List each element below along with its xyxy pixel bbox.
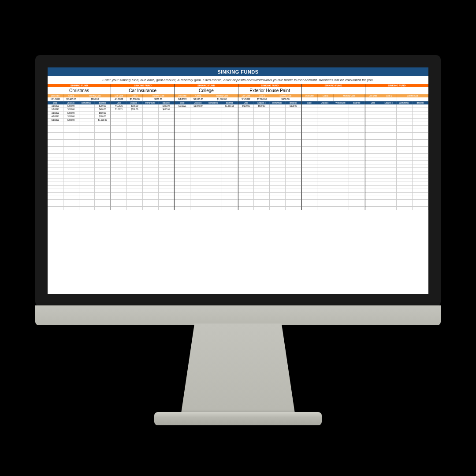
- tx-cell[interactable]: [286, 164, 301, 167]
- tx-cell[interactable]: [175, 189, 190, 192]
- tx-cell[interactable]: [127, 186, 143, 189]
- tx-cell[interactable]: [286, 175, 301, 178]
- tx-cell[interactable]: [317, 126, 333, 129]
- tx-cell[interactable]: [381, 175, 397, 178]
- tx-cell[interactable]: [127, 168, 143, 171]
- tx-cell[interactable]: [95, 196, 111, 199]
- tx-cell[interactable]: [127, 203, 143, 206]
- tx-cell[interactable]: [95, 171, 111, 175]
- tx-cell[interactable]: [95, 164, 111, 167]
- tx-cell[interactable]: [349, 200, 365, 203]
- tx-cell[interactable]: [381, 157, 397, 160]
- tx-cell[interactable]: [127, 119, 143, 122]
- tx-cell[interactable]: $200.00: [63, 108, 79, 111]
- tx-cell[interactable]: [238, 168, 254, 171]
- tx-cell[interactable]: $200.00: [63, 104, 79, 108]
- tx-cell[interactable]: [111, 147, 127, 150]
- tx-cell[interactable]: [175, 108, 190, 111]
- tx-cell[interactable]: [175, 182, 190, 185]
- tx-cell[interactable]: [190, 175, 206, 178]
- tx-cell[interactable]: [333, 133, 349, 136]
- tx-cell[interactable]: [143, 157, 159, 160]
- tx-cell[interactable]: [270, 175, 286, 178]
- tx-cell[interactable]: [254, 122, 270, 125]
- tx-cell[interactable]: [397, 143, 413, 146]
- tx-cell[interactable]: [333, 115, 349, 118]
- tx-cell[interactable]: [48, 178, 63, 182]
- tx-cell[interactable]: [397, 126, 413, 129]
- tx-cell[interactable]: [159, 112, 175, 115]
- tx-cell[interactable]: [206, 133, 222, 136]
- tx-cell[interactable]: [206, 175, 222, 178]
- tx-cell[interactable]: [190, 126, 206, 129]
- tx-cell[interactable]: [48, 193, 63, 196]
- tx-cell[interactable]: [111, 161, 127, 164]
- tx-cell[interactable]: [48, 186, 63, 189]
- tx-cell[interactable]: [397, 186, 413, 189]
- tx-cell[interactable]: [79, 175, 95, 178]
- tx-cell[interactable]: [381, 161, 397, 164]
- tx-cell[interactable]: $600.00: [95, 112, 111, 115]
- tx-cell[interactable]: 5/1/2021: [111, 108, 127, 111]
- tx-cell[interactable]: [270, 186, 286, 189]
- tx-cell[interactable]: [143, 104, 159, 108]
- tx-cell[interactable]: [413, 150, 428, 153]
- tx-cell[interactable]: [95, 175, 111, 178]
- tx-cell[interactable]: [397, 203, 413, 206]
- tx-cell[interactable]: [397, 136, 413, 139]
- tx-cell[interactable]: [397, 171, 413, 175]
- tx-cell[interactable]: [349, 189, 365, 192]
- tx-cell[interactable]: [48, 171, 63, 175]
- fund-name[interactable]: Christmas: [48, 87, 111, 94]
- tx-cell[interactable]: [413, 112, 428, 115]
- tx-cell[interactable]: [111, 119, 127, 122]
- tx-cell[interactable]: [222, 175, 238, 178]
- tx-cell[interactable]: [413, 115, 428, 118]
- tx-cell[interactable]: [270, 140, 286, 143]
- tx-cell[interactable]: [127, 115, 143, 118]
- tx-cell[interactable]: [111, 154, 127, 157]
- tx-cell[interactable]: [206, 119, 222, 122]
- tx-cell[interactable]: [413, 122, 428, 125]
- tx-cell[interactable]: [206, 129, 222, 132]
- tx-cell[interactable]: [254, 168, 270, 171]
- tx-cell[interactable]: [365, 157, 381, 160]
- tx-cell[interactable]: [127, 112, 143, 115]
- tx-cell[interactable]: [48, 136, 63, 139]
- tx-cell[interactable]: [159, 133, 175, 136]
- goal-value-cell[interactable]: [397, 97, 428, 101]
- tx-cell[interactable]: [159, 136, 175, 139]
- tx-cell[interactable]: [286, 143, 301, 146]
- tx-cell[interactable]: [175, 150, 190, 153]
- tx-cell[interactable]: [206, 200, 222, 203]
- tx-cell[interactable]: [333, 108, 349, 111]
- tx-cell[interactable]: [175, 178, 190, 182]
- tx-cell[interactable]: [365, 175, 381, 178]
- tx-cell[interactable]: [302, 143, 318, 146]
- fund-name[interactable]: Exterior House Paint: [238, 87, 301, 94]
- tx-cell[interactable]: [190, 150, 206, 153]
- tx-cell[interactable]: [159, 196, 175, 199]
- tx-cell[interactable]: [381, 119, 397, 122]
- tx-cell[interactable]: [222, 122, 238, 125]
- tx-cell[interactable]: [333, 189, 349, 192]
- tx-cell[interactable]: [397, 164, 413, 167]
- tx-cell[interactable]: [143, 108, 159, 111]
- tx-cell[interactable]: [254, 207, 270, 210]
- tx-cell[interactable]: [190, 189, 206, 192]
- tx-cell[interactable]: [349, 196, 365, 199]
- tx-cell[interactable]: [349, 182, 365, 185]
- tx-cell[interactable]: [317, 182, 333, 185]
- tx-cell[interactable]: [349, 104, 365, 108]
- tx-cell[interactable]: [270, 193, 286, 196]
- tx-cell[interactable]: [381, 171, 397, 175]
- tx-cell[interactable]: [333, 140, 349, 143]
- tx-cell[interactable]: [190, 203, 206, 206]
- tx-cell[interactable]: [413, 189, 428, 192]
- tx-cell[interactable]: [254, 189, 270, 192]
- tx-cell[interactable]: [302, 171, 318, 175]
- tx-cell[interactable]: [254, 161, 270, 164]
- tx-cell[interactable]: [63, 154, 79, 157]
- tx-cell[interactable]: [143, 143, 159, 146]
- tx-cell[interactable]: [254, 126, 270, 129]
